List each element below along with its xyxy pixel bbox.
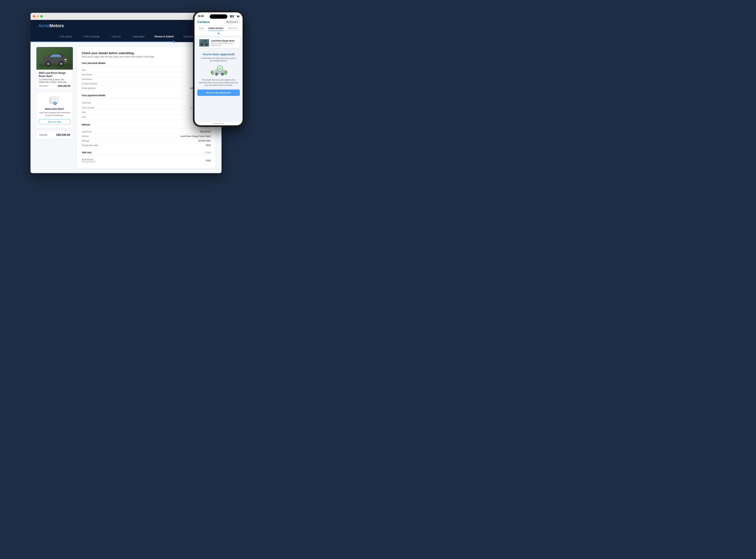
vehicle-section-title: Vehicle: (82, 124, 90, 126)
car-photo (37, 47, 73, 70)
step-get-started[interactable]: ✓ Get started (58, 35, 72, 38)
detail-regdate-row: Registration date 2018 (82, 143, 211, 148)
lastname-label: Last Name (82, 78, 92, 80)
pencil-icon-addons: ✏ (204, 151, 206, 154)
car-spec-line2: 12000 miles • Petrol • Automatic (39, 81, 70, 83)
svg-rect-10 (51, 97, 59, 102)
phone-header: Carbase My Account ▾ (195, 19, 242, 26)
logo: AcmeMotors (38, 23, 64, 28)
car-card: 2020 Land Rover Range Rover Sport 2.0 P4… (37, 47, 73, 89)
phone-notch (210, 14, 228, 19)
window-close-dot[interactable] (33, 15, 35, 18)
detail-card-number-row: Card number ••••••••••••1707 (82, 106, 211, 110)
tab-instant-decision[interactable]: Instant decision (209, 27, 223, 31)
detail-card-type-row: Card type VISA (82, 100, 211, 106)
step-part-exchange[interactable]: ✓ Part exchange (82, 35, 100, 38)
acmeguard-value: £350 (206, 159, 211, 162)
exp-label: Exp (82, 111, 85, 113)
step-check-icon: ✓ (58, 36, 60, 38)
payment-details-title: Your payment details (82, 94, 105, 97)
tab-read-sign[interactable]: Read & si... (228, 27, 238, 30)
svg-point-5 (60, 62, 63, 65)
detail-lastname-row: Last Name Doe (82, 77, 211, 82)
svg-rect-12 (55, 103, 56, 104)
car-illustration-svg (39, 50, 70, 67)
addons-edit[interactable]: ✏ Edit (204, 151, 211, 154)
logo-motors: Motors (49, 23, 64, 28)
firstname-label: First Name (82, 73, 92, 76)
regdate-label: Registration date (82, 144, 98, 147)
step-check-icon: ✓ (131, 36, 132, 38)
mobile-phone: 16:40 ▐▐▐ ⌒ ▮▮ Carbase My Account ▾ Appl… (193, 11, 244, 127)
acmeguard-sublabel: Paint protection (82, 160, 95, 163)
personal-details-title: Your personal details (82, 62, 106, 65)
phone-progress-dot (218, 33, 219, 34)
progress-bar-fill (30, 42, 174, 42)
svg-point-15 (201, 44, 203, 46)
read-sign-button[interactable]: Read & sign documents (197, 90, 240, 96)
detail-email-row: Email address John.doe@gmail.com (82, 86, 211, 90)
save-for-later-button[interactable]: Save for later (39, 119, 70, 124)
phone-my-account-dropdown[interactable]: My Account ▾ (224, 20, 240, 24)
step-application[interactable]: ✓ Application (131, 35, 145, 38)
mileage-value: 20,000 miles (198, 139, 211, 142)
contact-label: Contact Number (82, 83, 98, 85)
approved-illustration (210, 64, 228, 77)
phone-time: 16:40 (198, 15, 204, 18)
vehicle-section-header: Vehicle: (82, 124, 211, 128)
detail-vehicle-row: Vehicle Land Rover Range Rover Sport (82, 134, 211, 138)
detail-exp-row: Exp 16/22 (82, 110, 211, 114)
check-title: Check your details before submitting. (82, 51, 211, 55)
car-info: 2020 Land Rover Range Rover Sport 2.0 P4… (37, 70, 73, 89)
svg-rect-6 (65, 59, 67, 60)
svg-point-3 (47, 62, 50, 65)
vehicle-value: Land Rover Range Rover Sport (180, 135, 211, 137)
mileage-label: Mileage (82, 139, 89, 142)
save-card-title: Need more time? (39, 108, 70, 110)
desktop-background: AcmeMotors My Account ✓ Get started ✓ Pa… (0, 0, 252, 186)
approved-illustration-svg (210, 64, 228, 77)
cash-price-value: £89,180.00 (58, 84, 70, 87)
phone-car-svg (199, 39, 209, 47)
step-review-submit[interactable]: Review & Submit (154, 35, 174, 38)
acmeguard-label: AcmeGuard (82, 158, 95, 160)
svg-rect-7 (65, 61, 67, 62)
tab-apply[interactable]: Apply (199, 27, 204, 30)
subtotal-card: Subtotal £85,530.00 (37, 131, 73, 139)
car-title: 2020 Land Rover Range Rover Sport (39, 72, 70, 78)
svg-point-19 (216, 73, 217, 75)
car-spec-line1: 2.0 P400e HSE Dynamic 5dr (39, 79, 70, 81)
subtotal-label: Subtotal (39, 134, 47, 136)
detail-firstname-row: First Name John (82, 72, 211, 77)
title-label: Title (82, 69, 86, 71)
step-add-ons[interactable]: ✓ Add ons (109, 35, 121, 38)
subtotal-value: £85,530.00 (56, 133, 70, 136)
addons-header: Add ons: ✏ Edit (82, 151, 211, 156)
detail-cvc-row: CVC ••• (82, 114, 211, 120)
phone-status-icons: ▐▐▐ ⌒ ▮▮ (229, 15, 239, 18)
card-type-label: Card type (82, 102, 91, 104)
phone-delivery: Delivery TBC (211, 44, 238, 46)
step-complete[interactable]: Complete! (183, 35, 194, 38)
battery-icon: ▮▮ (237, 15, 239, 17)
payment-details-header: Your payment details ✏ Edit (82, 94, 211, 98)
wifi-icon: ⌒ (234, 15, 236, 18)
cashprice-value: £89,190.00 (200, 131, 211, 133)
check-subtitle: Once you're happy with the deal, place y… (82, 55, 211, 58)
phone-car-details: Land Rover Range Rover S04 CommandShift … (211, 40, 238, 46)
svg-point-16 (206, 44, 208, 46)
personal-details-header: Your personal details ✏ Edit (82, 62, 211, 66)
window-maximize-dot[interactable] (40, 15, 43, 18)
save-card-description: Save your progress and come back at your… (39, 111, 70, 117)
approved-body-text: This means that once you've signed a few… (197, 79, 240, 87)
carbase-logo: Carbase (197, 20, 210, 24)
phone-tabs: Apply Instant decision Read & si... (195, 26, 242, 31)
save-card: Need more time? Save your progress and c… (37, 92, 73, 128)
step-check-icon: ✓ (109, 36, 111, 38)
svg-rect-0 (39, 64, 70, 67)
card-number-label: Card number (82, 107, 94, 109)
cvc-label: CVC (82, 116, 86, 118)
cashprice-label: CashPrice (82, 131, 92, 133)
window-minimize-dot[interactable] (37, 15, 39, 18)
logo-acme: Acme (38, 23, 49, 28)
